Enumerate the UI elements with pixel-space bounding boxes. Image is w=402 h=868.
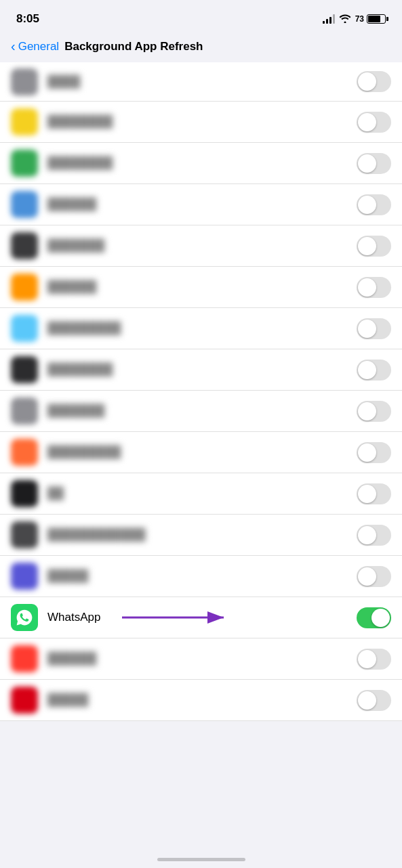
app-name: █████████ [47,446,357,459]
toggle-switch[interactable] [357,71,391,92]
app-name: ████ [47,75,357,89]
toggle-switch[interactable] [357,525,391,546]
app-icon [11,315,38,342]
back-label[interactable]: General [18,40,59,53]
list-item: █████ [0,556,402,597]
app-name: ██████ [47,280,357,294]
list-item: █████ [0,680,402,721]
list-item: ████████ [0,102,402,143]
list-item: ████ [0,62,402,102]
back-button[interactable]: ‹ General [11,39,59,54]
app-icon [11,687,38,714]
app-name: ████████ [47,156,357,170]
app-icon [11,397,38,425]
app-name: ███████ [47,404,357,418]
app-icon [11,645,38,672]
home-indicator [157,858,245,861]
toggle-switch[interactable] [357,360,391,381]
list-item: ███████ [0,225,402,267]
wifi-icon [339,14,351,25]
status-icons: 73 [323,14,386,25]
whatsapp-row: WhatsApp [0,597,402,638]
status-time: 8:05 [16,12,39,26]
back-chevron-icon: ‹ [11,39,16,54]
status-bar: 8:05 73 [0,0,402,34]
toggle-switch[interactable] [357,318,391,339]
app-icon [11,439,38,466]
list-item: ████████ [0,349,402,391]
app-name: █████ [47,569,357,583]
app-icon [11,68,38,95]
app-icon [11,356,38,383]
app-icon [11,480,38,507]
app-icon [11,521,38,548]
app-icon [11,108,38,135]
app-name: █████████ [47,322,357,335]
toggle-switch[interactable] [357,690,391,711]
list-item: ███████ [0,391,402,432]
whatsapp-app-icon [11,604,38,631]
list-item: ████████ [0,143,402,184]
toggle-switch[interactable] [357,401,391,422]
list-item: █████████ [0,432,402,473]
page-title: Background App Refresh [64,40,203,53]
list-item: ████████████ [0,515,402,556]
list-item: ██████ [0,638,402,680]
list-item: ██ [0,473,402,515]
app-name: ████████ [47,115,357,129]
nav-header: ‹ General Background App Refresh [0,34,402,62]
battery-icon: 73 [355,14,386,24]
app-name: ██████ [47,652,357,666]
app-name: ██████ [47,198,357,211]
app-icon [11,150,38,177]
app-icon [11,191,38,218]
whatsapp-app-name: WhatsApp [47,611,357,624]
app-name: ███████ [47,239,357,253]
toggle-switch[interactable] [357,153,391,174]
toggle-switch[interactable] [357,566,391,587]
app-icon [11,232,38,259]
app-icon [11,274,38,301]
toggle-switch[interactable] [357,649,391,670]
signal-icon [323,14,335,24]
app-icon [11,563,38,590]
toggle-switch[interactable] [357,112,391,133]
app-name: ████████ [47,363,357,376]
list-item: █████████ [0,308,402,349]
whatsapp-toggle[interactable] [357,607,391,628]
toggle-switch[interactable] [357,483,391,504]
toggle-switch[interactable] [357,277,391,298]
app-name: ██ [47,487,357,500]
list-item: ██████ [0,267,402,308]
toggle-switch[interactable] [357,194,391,215]
toggle-switch[interactable] [357,236,391,257]
app-name: █████ [47,693,357,707]
list-item: ██████ [0,184,402,225]
app-list: ████ ████████ ████████ ██████ ███████ ██… [0,62,402,721]
app-name: ████████████ [47,528,357,542]
toggle-switch[interactable] [357,442,391,463]
